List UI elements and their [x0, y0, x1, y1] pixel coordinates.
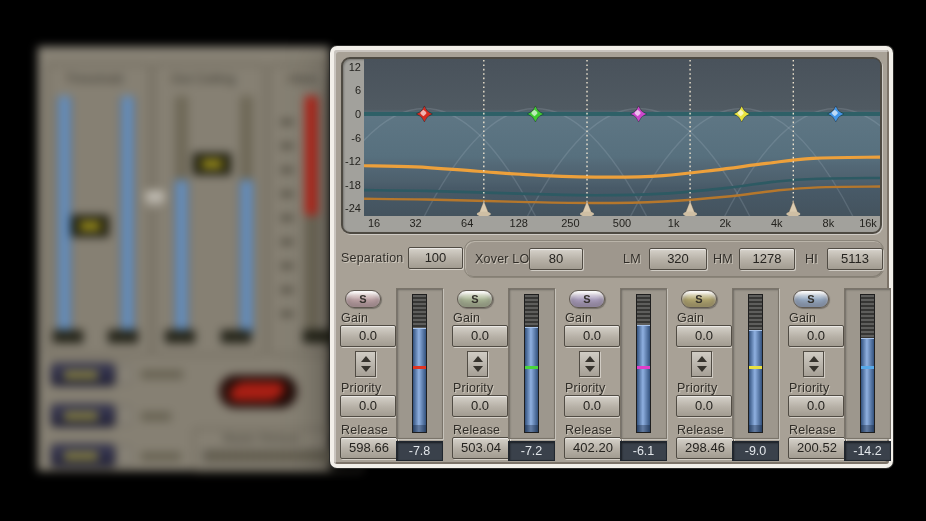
- release-value[interactable]: 298.46: [676, 437, 734, 459]
- meter-fill: [861, 338, 874, 432]
- priority-value[interactable]: 0.0: [788, 395, 844, 417]
- fader-readout: [303, 330, 337, 343]
- xover-lo-label: Xover LO: [475, 252, 529, 266]
- x-tick-label: 64: [461, 217, 473, 229]
- solo-button[interactable]: S: [457, 290, 493, 308]
- x-tick-label: 32: [409, 217, 421, 229]
- step-down-icon[interactable]: [697, 366, 707, 372]
- level-readout: -7.8: [396, 441, 443, 461]
- meter-track: [636, 294, 651, 433]
- gain-label: Gain: [565, 311, 592, 325]
- band-strip-low: S Gain 0.0 Priority 0.0 Release 598.66 -…: [339, 288, 447, 464]
- threshold-fader-right: [121, 96, 134, 336]
- value-stepper[interactable]: [467, 351, 488, 377]
- level-readout: -9.0: [732, 441, 779, 461]
- priority-label: Priority: [789, 381, 830, 395]
- x-tick-label: 128: [510, 217, 528, 229]
- step-up-icon[interactable]: [585, 356, 595, 362]
- band-strip-mid: S Gain 0.0 Priority 0.0 Release 402.20 -…: [563, 288, 671, 464]
- band-strip-high: S Gain 0.0 Priority 0.0 Release 200.52 -…: [787, 288, 895, 464]
- band-strip-low-mid: S Gain 0.0 Priority 0.0 Release 503.04 -…: [451, 288, 559, 464]
- level-readout: -14.2: [844, 441, 891, 461]
- xover-hm-label: HM: [713, 252, 733, 266]
- y-tick-label: 12: [349, 61, 361, 73]
- mode-dropdown: [51, 363, 115, 386]
- step-up-icon[interactable]: [809, 356, 819, 362]
- xover-lm-value[interactable]: 320: [649, 248, 707, 270]
- y-tick-label: 0: [355, 108, 361, 120]
- meter-track: [412, 294, 427, 433]
- solo-button[interactable]: S: [793, 290, 829, 308]
- meter-marker: [413, 366, 426, 369]
- value-stepper[interactable]: [579, 351, 600, 377]
- meter-marker: [637, 366, 650, 369]
- step-down-icon[interactable]: [473, 366, 483, 372]
- brand-logo: [219, 375, 297, 408]
- threshold-label: Threshold: [65, 71, 123, 86]
- multiband-plugin-panel: 1260-6-12-18-24 1632641282505001k2k4k8k1…: [334, 50, 889, 464]
- priority-value[interactable]: 0.0: [564, 395, 620, 417]
- solo-button[interactable]: S: [681, 290, 717, 308]
- release-label: Release: [453, 423, 500, 437]
- ceiling-fader-left: [175, 180, 188, 336]
- gain-label: Gain: [453, 311, 480, 325]
- gain-value[interactable]: 0.0: [788, 325, 844, 347]
- gain-value[interactable]: 0.0: [452, 325, 508, 347]
- release-label: Release: [341, 423, 388, 437]
- release-value[interactable]: 402.20: [564, 437, 622, 459]
- step-up-icon[interactable]: [361, 356, 371, 362]
- zero-db-line: [364, 112, 880, 116]
- gain-value[interactable]: 0.0: [676, 325, 732, 347]
- type-dropdown: [51, 404, 115, 427]
- gain-value[interactable]: 0.0: [340, 325, 396, 347]
- step-down-icon[interactable]: [809, 366, 819, 372]
- fader-readout: [221, 330, 251, 343]
- solo-button[interactable]: S: [569, 290, 605, 308]
- priority-label: Priority: [453, 381, 494, 395]
- value-stepper[interactable]: [803, 351, 824, 377]
- value-stepper[interactable]: [355, 351, 376, 377]
- band-meter: [620, 288, 667, 439]
- priority-label: Priority: [341, 381, 382, 395]
- xover-lo-value[interactable]: 80: [529, 248, 583, 270]
- atten-label: Atten: [287, 71, 317, 86]
- y-tick-label: -24: [345, 202, 361, 214]
- dropdown-stepper: [119, 446, 130, 465]
- meter-fill: [413, 328, 426, 432]
- priority-value[interactable]: 0.0: [452, 395, 508, 417]
- priority-value[interactable]: 0.0: [676, 395, 732, 417]
- level-readout: -6.1: [620, 441, 667, 461]
- threshold-value-box: [71, 215, 109, 237]
- y-tick-label: -18: [345, 179, 361, 191]
- value-stepper[interactable]: [691, 351, 712, 377]
- frequency-plot[interactable]: [364, 59, 880, 216]
- y-tick-label: -12: [345, 155, 361, 167]
- step-up-icon[interactable]: [697, 356, 707, 362]
- xover-hi-value[interactable]: 5113: [827, 248, 883, 270]
- release-value[interactable]: 598.66: [340, 437, 398, 459]
- y-tick-label: 6: [355, 84, 361, 96]
- release-value[interactable]: 503.04: [452, 437, 510, 459]
- step-down-icon[interactable]: [585, 366, 595, 372]
- step-up-icon[interactable]: [473, 356, 483, 362]
- atten-meter-fill: [305, 96, 318, 215]
- solo-button[interactable]: S: [345, 290, 381, 308]
- meter-fill: [749, 330, 762, 432]
- threshold-fader-left: [58, 96, 71, 336]
- level-readout: -7.2: [508, 441, 555, 461]
- master-release-label: Master Release: [223, 432, 300, 444]
- release-value[interactable]: 200.52: [788, 437, 846, 459]
- xover-lm-label: LM: [623, 252, 641, 266]
- release-label: Release: [565, 423, 612, 437]
- priority-value[interactable]: 0.0: [340, 395, 396, 417]
- separation-value[interactable]: 100: [408, 247, 463, 269]
- fader-readout: [108, 330, 138, 343]
- xover-hm-value[interactable]: 1278: [739, 248, 795, 270]
- band-meter: [844, 288, 891, 439]
- band-meter: [508, 288, 555, 439]
- atten-meter: [305, 96, 318, 336]
- background-plugin-window[interactable]: Threshold Out Ceiling Atten Master Relea…: [38, 47, 330, 471]
- fader-readout: [53, 330, 83, 343]
- step-down-icon[interactable]: [361, 366, 371, 372]
- gain-value[interactable]: 0.0: [564, 325, 620, 347]
